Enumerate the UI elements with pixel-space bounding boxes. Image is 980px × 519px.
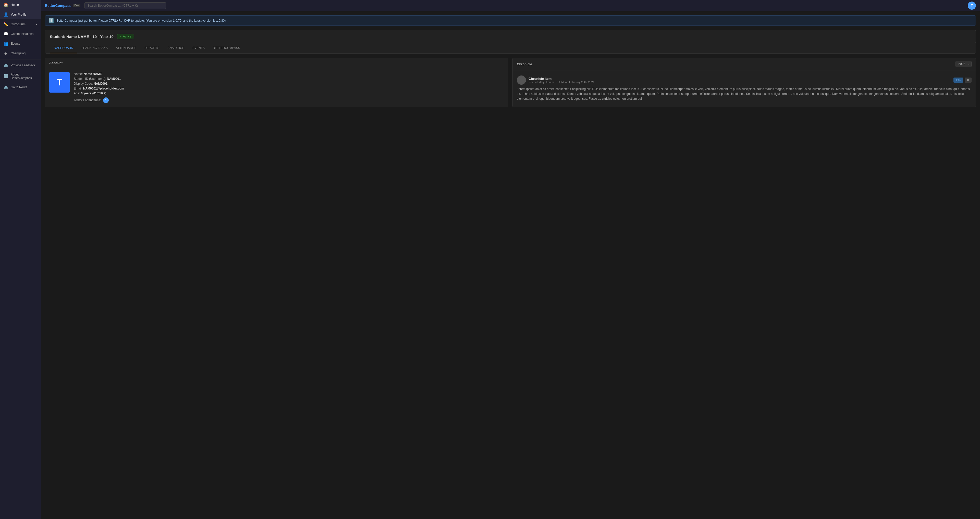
- age-label: Age:: [74, 92, 80, 95]
- account-card-body: T Name: Name NAME Student ID (Username):…: [45, 68, 508, 107]
- user-icon: 👤: [3, 12, 8, 17]
- email-row: Email: NAM0001@placeholder.com: [74, 87, 124, 90]
- sidebar-item-home[interactable]: 🏠 Home: [0, 0, 41, 10]
- events-icon: 👥: [3, 41, 8, 46]
- name-row: Name: Name NAME: [74, 72, 124, 76]
- status-badge: Active: [117, 34, 134, 39]
- dashboard-grid: Account T Name: Name NAME Student ID (Us…: [45, 58, 976, 107]
- app-name: BetterCompass: [45, 3, 71, 8]
- sidebar-item-curriculum[interactable]: ✏️ Curriculum ▾: [0, 19, 41, 29]
- delete-button[interactable]: 🗑: [965, 78, 972, 83]
- email-label: Email:: [74, 87, 82, 90]
- feedback-icon: ⚙️: [3, 63, 8, 68]
- account-card-title: Account: [49, 61, 62, 65]
- account-card-header: Account: [45, 58, 508, 68]
- sidebar-item-communications[interactable]: 💬 Communications: [0, 29, 41, 39]
- user-avatar[interactable]: T: [968, 2, 976, 10]
- account-card: Account T Name: Name NAME Student ID (Us…: [45, 58, 508, 107]
- chronicle-item-body: Lorem ipsum dolor sit amet, consectetur …: [517, 87, 972, 102]
- age-value: 0 years (01/01/22): [81, 92, 106, 95]
- sidebar-item-label: About BetterCompass: [11, 73, 37, 80]
- chronicle-card-header: Chronicle 2022 2021 2020: [513, 58, 976, 70]
- attendance-count-badge: 1: [103, 97, 109, 103]
- sidebar-item-label: Go to Route: [11, 86, 27, 89]
- sidebar-item-label: Changelog: [11, 51, 25, 55]
- tab-reports[interactable]: REPORTS: [140, 43, 163, 53]
- chronicle-item-subtitle: Recorded by: Lorem IPSUM, on February 25…: [528, 81, 594, 84]
- attendance-row: Today's Attendance: 1: [74, 97, 124, 103]
- route-icon: ⚙️: [3, 85, 8, 89]
- curriculum-icon: ✏️: [3, 22, 8, 27]
- chronicle-card: Chronicle 2022 2021 2020: [512, 58, 976, 107]
- sidebar-item-go-to-route[interactable]: ⚙️ Go to Route: [0, 83, 41, 92]
- name-label: Name:: [74, 72, 83, 76]
- sidebar-item-provide-feedback[interactable]: ⚙️ Provide Feedback: [0, 60, 41, 70]
- sidebar-item-events[interactable]: 👥 Events: [0, 39, 41, 48]
- tab-dashboard[interactable]: DASHBOARD: [50, 43, 77, 53]
- chronicle-card-body: Chronicle Item Recorded by: Lorem IPSUM,…: [513, 70, 976, 106]
- env-badge: Dev: [73, 4, 80, 7]
- sidebar-item-label: Your Profile: [11, 13, 27, 16]
- status-text: Active: [123, 35, 131, 38]
- display-code-label: Display Code:: [74, 82, 93, 86]
- display-code-row: Display Code: NAM0001: [74, 82, 124, 86]
- chronicle-avatar: [517, 76, 526, 85]
- sidebar-item-label: Communications: [11, 32, 33, 36]
- student-id-label: Student ID (Username):: [74, 77, 106, 81]
- content-area: ℹ️ BetterCompass just got better. Please…: [41, 11, 980, 519]
- sidebar-item-changelog[interactable]: ◆ Changelog: [0, 48, 41, 58]
- tab-events[interactable]: EVENTS: [188, 43, 209, 53]
- sidebar-item-label: Events: [11, 42, 20, 45]
- email-value: NAM0001@placeholder.com: [83, 87, 124, 90]
- tab-bettercompass[interactable]: BETTERCOMPASS: [209, 43, 244, 53]
- age-row: Age: 0 years (01/01/22): [74, 92, 124, 95]
- student-id-row: Student ID (Username): NAM0001: [74, 77, 124, 81]
- year-select[interactable]: 2022 2021 2020: [956, 61, 972, 67]
- info-icon: ℹ️: [3, 74, 8, 79]
- sidebar-item-your-profile[interactable]: 👤 Your Profile: [0, 10, 41, 19]
- tab-analytics[interactable]: ANALYTICS: [163, 43, 188, 53]
- sidebar: 🏠 Home 👤 Your Profile ✏️ Curriculum ▾ 💬 …: [0, 0, 41, 519]
- attendance-label: Today's Attendance:: [74, 98, 101, 102]
- update-banner: ℹ️ BetterCompass just got better. Please…: [45, 15, 976, 26]
- tab-learning-tasks[interactable]: LEARNING TASKS: [77, 43, 112, 53]
- chronicle-card-title: Chronicle: [517, 62, 532, 66]
- year-select-wrapper: 2022 2021 2020: [956, 61, 972, 67]
- chevron-down-icon: ▾: [36, 23, 37, 26]
- chronicle-item-title: Chronicle Item: [528, 77, 594, 81]
- search-container: [84, 2, 166, 9]
- sidebar-item-label: Home: [11, 3, 19, 6]
- student-title: Student: Name NAME - 10 - Year 10: [50, 35, 114, 39]
- avatar: T: [49, 72, 70, 92]
- tabs-container: DASHBOARD LEARNING TASKS ATTENDANCE REPO…: [45, 43, 976, 54]
- communications-icon: 💬: [3, 32, 8, 36]
- name-value: Name NAME: [84, 72, 102, 76]
- sidebar-item-label: Provide Feedback: [11, 63, 35, 67]
- banner-text: BetterCompass just got better. Please CT…: [56, 19, 226, 22]
- chronicle-item-header: Chronicle Item Recorded by: Lorem IPSUM,…: [517, 76, 972, 85]
- display-code-value: NAM0001: [94, 82, 107, 86]
- account-info: T Name: Name NAME Student ID (Username):…: [49, 72, 504, 103]
- chronicle-item: Chronicle Item Recorded by: Lorem IPSUM,…: [517, 75, 972, 103]
- account-details: Name: Name NAME Student ID (Username): N…: [74, 72, 124, 103]
- changelog-icon: ◆: [3, 51, 8, 56]
- topbar: BetterCompass Dev T: [41, 0, 980, 11]
- tab-attendance[interactable]: ATTENDANCE: [112, 43, 140, 53]
- info-button[interactable]: Info: [953, 78, 963, 83]
- search-input[interactable]: [84, 2, 166, 9]
- home-icon: 🏠: [3, 3, 8, 7]
- app-brand: BetterCompass Dev: [45, 3, 80, 8]
- sidebar-item-label: Curriculum: [11, 22, 25, 26]
- student-id-value: NAM0001: [107, 77, 121, 81]
- info-circle-icon: ℹ️: [49, 18, 54, 23]
- chronicle-item-actions: Info 🗑: [953, 78, 972, 83]
- student-header: Student: Name NAME - 10 - Year 10 Active: [45, 30, 976, 43]
- chronicle-item-meta: Chronicle Item Recorded by: Lorem IPSUM,…: [528, 77, 594, 84]
- main-area: BetterCompass Dev T ℹ️ BetterCompass jus…: [41, 0, 980, 519]
- sidebar-item-about[interactable]: ℹ️ About BetterCompass: [0, 70, 41, 83]
